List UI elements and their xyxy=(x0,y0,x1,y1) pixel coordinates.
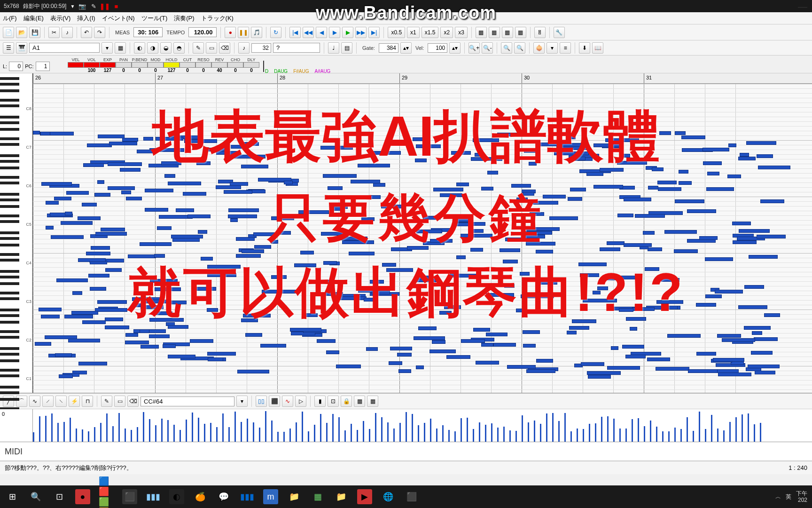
cc-select[interactable]: CC#64 xyxy=(141,397,234,406)
cut-button[interactable]: ✂ xyxy=(48,27,60,38)
midi-note[interactable] xyxy=(398,369,411,373)
midi-note[interactable] xyxy=(681,135,705,139)
midi-note[interactable] xyxy=(764,313,780,317)
midi-note[interactable] xyxy=(607,366,640,370)
param-exp[interactable]: EXP127 xyxy=(100,57,116,73)
midi-note[interactable] xyxy=(216,185,241,189)
menu-file[interactable]: ル(F) xyxy=(3,14,17,23)
midi-note[interactable] xyxy=(429,349,456,353)
midi-note[interactable] xyxy=(187,214,211,218)
midi-note[interactable] xyxy=(715,290,743,294)
midi-note[interactable] xyxy=(108,162,142,166)
midi-note[interactable] xyxy=(744,285,764,289)
note-icon[interactable]: ♪ xyxy=(238,42,250,54)
midi-note[interactable] xyxy=(98,135,125,138)
save-button[interactable]: 💾 xyxy=(29,27,40,38)
midi-note[interactable] xyxy=(705,257,733,261)
mixer-button[interactable]: 🎚 xyxy=(534,27,546,38)
window4-button[interactable]: ▦ xyxy=(515,27,526,38)
midi-note[interactable] xyxy=(739,229,770,233)
piano-button[interactable]: 🎹 xyxy=(16,42,27,54)
midi-note[interactable] xyxy=(90,287,106,291)
midi-note[interactable] xyxy=(749,255,778,259)
midi-note[interactable] xyxy=(88,274,110,278)
midi-note[interactable] xyxy=(751,351,773,355)
midi-note[interactable] xyxy=(648,186,659,190)
midi-note[interactable] xyxy=(41,182,72,186)
midi-note[interactable] xyxy=(83,163,104,167)
midi-note[interactable] xyxy=(744,326,771,330)
menu-tool[interactable]: ツール(T) xyxy=(141,14,168,23)
midi-note[interactable] xyxy=(78,216,101,220)
midi-note[interactable] xyxy=(145,189,173,192)
app-icon[interactable]: ◐ xyxy=(169,489,184,504)
tray-lang[interactable]: 英 xyxy=(786,493,791,501)
menu-insert[interactable]: 挿入(I) xyxy=(77,14,95,23)
midi-note[interactable] xyxy=(664,230,697,234)
midi-note[interactable] xyxy=(86,252,110,255)
grid-button[interactable]: ▤ xyxy=(341,42,352,54)
midi-note[interactable] xyxy=(667,334,701,338)
midi-note[interactable] xyxy=(461,339,485,343)
tempo-value[interactable]: 120.00 xyxy=(188,27,217,37)
midi-note[interactable] xyxy=(41,315,60,318)
midi-note[interactable] xyxy=(757,235,786,238)
midi-note[interactable] xyxy=(208,357,223,361)
midi-note[interactable] xyxy=(397,353,412,357)
midi-note[interactable] xyxy=(738,305,767,309)
midi-note[interactable] xyxy=(78,258,106,262)
midi-note[interactable] xyxy=(230,218,238,222)
play-button[interactable]: ▶ xyxy=(342,27,353,38)
bar-ruler[interactable]: 262728293031 xyxy=(33,73,812,84)
midi-note[interactable] xyxy=(748,365,780,368)
param-reso[interactable]: RESO0 xyxy=(195,57,211,73)
midi-note[interactable] xyxy=(760,199,784,203)
zoomout-v-button[interactable]: 🔍 xyxy=(514,42,525,54)
note-button[interactable]: ♪ xyxy=(62,27,73,38)
midi-note[interactable] xyxy=(687,209,716,213)
midi-note[interactable] xyxy=(260,344,287,348)
zoom-x2[interactable]: x2 xyxy=(440,27,453,38)
midi-note[interactable] xyxy=(157,226,171,230)
zoom-x1[interactable]: x1 xyxy=(407,27,420,38)
midi-note[interactable] xyxy=(40,132,50,135)
app-icon[interactable]: 🟦🟥🟩🟨 xyxy=(99,489,114,504)
midi-note[interactable] xyxy=(198,230,207,234)
track-config-button[interactable]: ▦ xyxy=(115,42,126,54)
midi-note[interactable] xyxy=(66,191,89,195)
app-icon[interactable]: ▮▮▮ xyxy=(146,489,161,504)
pause-icon[interactable]: ❚❚ xyxy=(101,2,109,10)
midi-note[interactable] xyxy=(228,208,259,212)
midi-note[interactable] xyxy=(722,338,755,342)
new-button[interactable]: 📄 xyxy=(3,27,14,38)
midi-note[interactable] xyxy=(507,365,536,369)
midi-note[interactable] xyxy=(699,236,718,240)
midi-note[interactable] xyxy=(336,365,361,368)
midi-note[interactable] xyxy=(125,333,138,337)
midi-note[interactable] xyxy=(523,330,540,334)
cc-dropdown-icon[interactable]: ▾ xyxy=(236,396,248,407)
midi-note[interactable] xyxy=(523,344,536,348)
param-dly[interactable]: DLY0 xyxy=(243,57,259,73)
search-icon[interactable]: 🔍 xyxy=(28,489,43,504)
midi-note[interactable] xyxy=(120,168,141,172)
pencil-icon[interactable]: ✎ xyxy=(90,2,97,10)
midi-note[interactable] xyxy=(105,325,129,329)
midi-note[interactable] xyxy=(68,339,100,342)
midi-note[interactable] xyxy=(176,208,194,212)
midi-note[interactable] xyxy=(588,375,611,379)
midi-note[interactable] xyxy=(757,154,773,158)
cc-opt1-icon[interactable]: ▮ xyxy=(314,396,326,407)
midi-note[interactable] xyxy=(183,192,207,196)
midi-note[interactable] xyxy=(101,228,125,231)
midi-note[interactable] xyxy=(600,247,620,251)
zoom-x3[interactable]: x3 xyxy=(455,27,468,38)
rewind-button[interactable]: ◀◀ xyxy=(303,27,314,38)
draw-step-icon[interactable]: ⊓ xyxy=(82,396,93,407)
zoom-x15[interactable]: x1.5 xyxy=(422,27,439,38)
track-dropdown-icon[interactable]: ▾ xyxy=(102,42,113,54)
midi-note[interactable] xyxy=(51,235,84,239)
menu-event[interactable]: イベント(N) xyxy=(102,14,135,23)
midi-note[interactable] xyxy=(717,369,739,373)
tool4-button[interactable]: ◓ xyxy=(173,42,185,54)
